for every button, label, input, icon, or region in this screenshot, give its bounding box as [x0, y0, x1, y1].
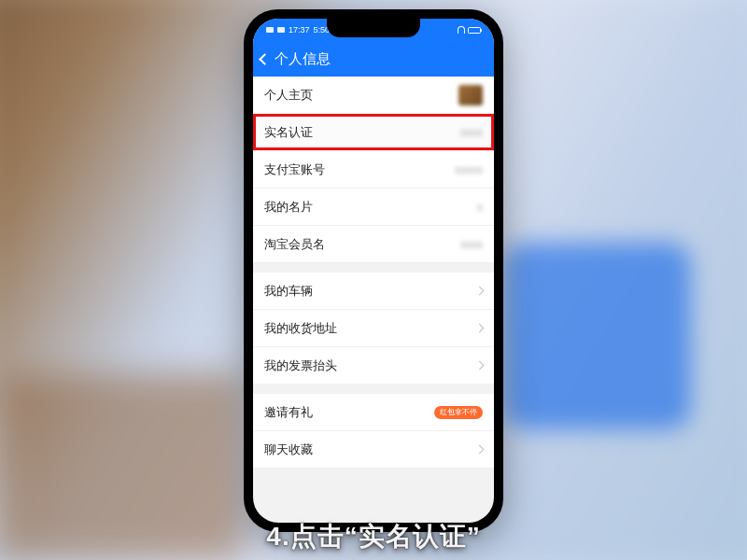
section-gap: [253, 385, 494, 394]
chevron-right-icon: [475, 324, 485, 333]
settings-section-1: 个人主页 实名认证 xxxx 支付宝账号 xxxxx 我的名片 x 淘宝会员名 …: [253, 77, 494, 263]
instruction-caption: 4.点击“实名认证”: [266, 519, 480, 554]
back-icon[interactable]: [259, 53, 271, 65]
row-taobao-username[interactable]: 淘宝会员名 xxxx: [253, 226, 494, 263]
bg-accent-left: [0, 373, 243, 560]
settings-section-2: 我的车辆 我的收货地址 我的发票抬头: [253, 273, 494, 385]
row-label: 我的车辆: [264, 283, 469, 300]
avatar-thumb: [458, 85, 483, 105]
row-label: 实名认证: [264, 124, 460, 141]
chevron-right-icon: [475, 287, 485, 296]
row-label: 我的发票抬头: [264, 357, 469, 374]
row-invite[interactable]: 邀请有礼 红包拿不停: [253, 394, 494, 431]
row-profile[interactable]: 个人主页: [253, 77, 494, 114]
page-title: 个人信息: [275, 50, 331, 68]
row-alipay-account[interactable]: 支付宝账号 xxxxx: [253, 151, 494, 189]
phone-notch: [327, 19, 420, 37]
section-gap: [253, 263, 494, 273]
row-label: 聊天收藏: [264, 441, 469, 458]
row-my-vehicle[interactable]: 我的车辆: [253, 273, 494, 310]
row-value-blurred: xxxxx: [455, 163, 483, 176]
row-value-blurred: x: [477, 201, 483, 214]
signal-icon: [277, 27, 285, 33]
battery-icon: [468, 27, 481, 34]
row-label: 我的收货地址: [264, 320, 469, 337]
row-real-name-verify[interactable]: 实名认证 xxxx: [253, 114, 494, 151]
row-value-blurred: xxxx: [460, 238, 483, 251]
signal-icon: [266, 27, 274, 33]
phone-screen: 17:37 5:50 个人信息 个人主页 实名认证 xxxx 支付宝账号: [253, 19, 494, 523]
row-label: 邀请有礼: [264, 404, 434, 421]
promo-badge: 红包拿不停: [434, 406, 483, 419]
row-shipping-address[interactable]: 我的收货地址: [253, 310, 494, 347]
row-value-blurred: xxxx: [460, 126, 483, 139]
status-time: 17:37: [289, 25, 310, 35]
chevron-right-icon: [475, 361, 485, 371]
phone-frame: 17:37 5:50 个人信息 个人主页 实名认证 xxxx 支付宝账号: [244, 9, 503, 532]
wifi-icon: [458, 26, 465, 34]
row-chat-favorites[interactable]: 聊天收藏: [253, 431, 494, 469]
bg-accent-logo: [504, 243, 691, 429]
row-invoice-title[interactable]: 我的发票抬头: [253, 347, 494, 385]
row-label: 个人主页: [264, 87, 458, 104]
page-header: 个人信息: [253, 41, 494, 77]
settings-section-3: 邀请有礼 红包拿不停 聊天收藏: [253, 394, 494, 469]
row-label: 我的名片: [264, 199, 477, 216]
row-label: 淘宝会员名: [264, 236, 460, 253]
chevron-right-icon: [475, 445, 485, 455]
row-my-card[interactable]: 我的名片 x: [253, 189, 494, 226]
row-label: 支付宝账号: [264, 161, 455, 178]
